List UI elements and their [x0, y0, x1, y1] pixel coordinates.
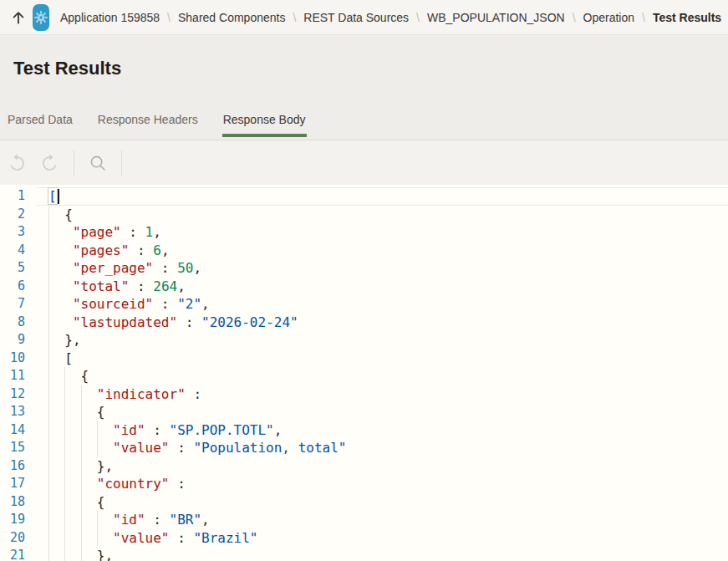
- code-line-text[interactable]: {: [37, 403, 728, 421]
- indent-guide: [48, 206, 49, 224]
- code-line: 14 "id" : "SP.POP.TOTL",: [0, 421, 728, 440]
- indent-guide: [48, 403, 49, 421]
- code-line: 11 {: [0, 367, 728, 385]
- indent-guide: [48, 529, 49, 548]
- indent-guide: [81, 511, 82, 529]
- code-line: 21 },: [0, 547, 728, 561]
- code-editor[interactable]: 1[2 {3 "page" : 1,4 "pages" : 6,5 "per_p…: [0, 185, 728, 561]
- indent-guide: [81, 493, 82, 512]
- indent-guide: [64, 529, 65, 548]
- code-line-text[interactable]: "country" :: [37, 475, 728, 493]
- code-line: 20 "value" : "Brazil": [0, 529, 728, 548]
- toolbar-separator: [121, 150, 122, 176]
- tab-response-body[interactable]: Response Body: [222, 114, 307, 137]
- code-line: 3 "page" : 1,: [0, 223, 728, 242]
- code-line-text[interactable]: "value" : "Brazil": [37, 529, 728, 548]
- indent-guide: [64, 547, 65, 561]
- code-line: 7 "sourceid" : "2",: [0, 295, 728, 314]
- line-number[interactable]: 16: [0, 457, 37, 476]
- line-number[interactable]: 20: [0, 529, 37, 548]
- breadcrumb-item-application-159858[interactable]: Application 159858: [60, 11, 160, 24]
- line-number[interactable]: 2: [0, 206, 37, 224]
- indent-guide: [48, 331, 49, 349]
- breadcrumb-item-operation[interactable]: Operation: [583, 11, 634, 24]
- line-number[interactable]: 4: [0, 242, 37, 260]
- line-number[interactable]: 10: [0, 349, 37, 368]
- indent-guide: [48, 457, 49, 476]
- line-number[interactable]: 8: [0, 314, 37, 332]
- title-section: Test Results Parsed DataResponse Headers…: [0, 35, 728, 140]
- breadcrumb-item-wb-population-json[interactable]: WB_POPULATION_JSON: [427, 11, 565, 24]
- indent-guide: [81, 385, 82, 404]
- line-number[interactable]: 9: [0, 331, 37, 349]
- active-tab-underline: [222, 134, 307, 137]
- line-number[interactable]: 17: [0, 475, 37, 493]
- breadcrumb-separator: \: [642, 11, 645, 24]
- code-line-text[interactable]: },: [37, 547, 728, 561]
- code-line: 1[: [0, 187, 728, 206]
- search-button[interactable]: [88, 153, 108, 173]
- indent-guide: [64, 421, 65, 440]
- indent-guide: [48, 493, 49, 512]
- code-line-text[interactable]: "id" : "SP.POP.TOTL",: [37, 421, 728, 440]
- indent-guide: [48, 314, 49, 332]
- breadcrumb-item-rest-data-sources[interactable]: REST Data Sources: [303, 11, 409, 24]
- indent-guide: [97, 511, 98, 529]
- code-line-text[interactable]: "id" : "BR",: [37, 511, 728, 529]
- line-number[interactable]: 19: [0, 511, 37, 529]
- indent-guide: [97, 529, 98, 548]
- code-line-text[interactable]: {: [37, 206, 728, 224]
- code-line-text[interactable]: [: [37, 187, 728, 206]
- code-line: 15 "value" : "Population, total": [0, 439, 728, 457]
- line-number[interactable]: 21: [0, 547, 37, 561]
- tab-parsed-data[interactable]: Parsed Data: [7, 114, 74, 137]
- indent-guide: [81, 439, 82, 457]
- indent-guide: [48, 349, 49, 368]
- line-number[interactable]: 11: [0, 367, 37, 385]
- indent-guide: [48, 278, 49, 296]
- code-line: 19 "id" : "BR",: [0, 511, 728, 529]
- code-line-text[interactable]: {: [37, 493, 728, 512]
- breadcrumb-bar: Application 159858\Shared Components\RES…: [0, 0, 728, 35]
- line-number[interactable]: 5: [0, 259, 37, 278]
- code-line: 10 [: [0, 349, 728, 368]
- line-number[interactable]: 13: [0, 403, 37, 421]
- indent-guide: [81, 475, 82, 493]
- indent-guide: [48, 385, 49, 404]
- app-gear-button[interactable]: [33, 4, 49, 31]
- breadcrumb: Application 159858\Shared Components\RES…: [60, 11, 728, 24]
- line-number[interactable]: 12: [0, 385, 37, 404]
- line-number[interactable]: 15: [0, 439, 37, 457]
- line-number[interactable]: 3: [0, 223, 37, 242]
- indent-guide: [48, 259, 49, 278]
- code-line-text[interactable]: "page" : 1,: [37, 223, 728, 242]
- code-line-text[interactable]: "pages" : 6,: [37, 242, 728, 260]
- line-number[interactable]: 7: [0, 295, 37, 314]
- code-line-text[interactable]: "indicator" :: [37, 385, 728, 404]
- code-line: 12 "indicator" :: [0, 385, 728, 404]
- undo-icon: [7, 153, 27, 173]
- code-line-text[interactable]: },: [37, 331, 728, 349]
- tab-label: Parsed Data: [8, 113, 73, 126]
- code-line-text[interactable]: [: [37, 349, 728, 368]
- line-number[interactable]: 14: [0, 421, 37, 440]
- line-number[interactable]: 1: [0, 187, 37, 206]
- code-line-text[interactable]: "total" : 264,: [37, 278, 728, 296]
- code-line-text[interactable]: {: [37, 367, 728, 385]
- code-line-text[interactable]: "per_page" : 50,: [37, 259, 728, 278]
- line-number[interactable]: 6: [0, 278, 37, 296]
- indent-guide: [97, 421, 98, 440]
- line-number[interactable]: 18: [0, 493, 37, 512]
- indent-guide: [64, 367, 65, 385]
- code-line-text[interactable]: "sourceid" : "2",: [37, 295, 728, 314]
- tab-response-headers[interactable]: Response Headers: [97, 114, 199, 137]
- code-line-text[interactable]: "lastupdated" : "2026-02-24": [37, 314, 728, 332]
- up-arrow-button[interactable]: [10, 6, 27, 29]
- code-line-text[interactable]: },: [37, 457, 728, 476]
- code-line: 17 "country" :: [0, 475, 728, 493]
- code-line: 2 {: [0, 206, 728, 224]
- breadcrumb-item-shared-components[interactable]: Shared Components: [178, 11, 285, 24]
- redo-button[interactable]: [40, 153, 60, 173]
- undo-button[interactable]: [7, 153, 27, 173]
- code-line-text[interactable]: "value" : "Population, total": [37, 439, 728, 457]
